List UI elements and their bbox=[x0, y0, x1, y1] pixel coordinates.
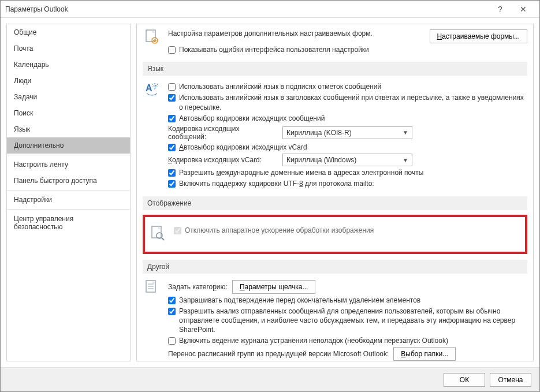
enc-vcard-combo[interactable]: Кириллица (Windows) ▼ bbox=[282, 154, 412, 166]
choose-folder-button[interactable]: Выбор папки... bbox=[393, 347, 456, 361]
use-en-headers-checkbox[interactable] bbox=[168, 94, 176, 102]
sidebar-item-addins[interactable]: Надстройки bbox=[7, 192, 130, 208]
enable-utf8-checkbox[interactable] bbox=[168, 180, 176, 188]
dialog-footer: ОК Отмена bbox=[1, 367, 539, 391]
svg-text:字: 字 bbox=[152, 83, 158, 89]
set-category-label: Задать категорию: bbox=[168, 283, 228, 291]
use-en-signatures-label: Использовать английский язык в подписях … bbox=[179, 82, 381, 91]
ok-button[interactable]: ОК bbox=[444, 373, 485, 387]
custom-forms-button-rest: астраиваемые формы... bbox=[442, 32, 520, 40]
language-section: A 字 Использовать английский язык в подпи… bbox=[143, 80, 527, 190]
sidebar-item-people[interactable]: Люди bbox=[7, 73, 130, 89]
chevron-down-icon: ▼ bbox=[403, 129, 408, 136]
window-title: Параметры Outlook bbox=[5, 5, 489, 13]
sidebar-item-mail[interactable]: Почта bbox=[7, 40, 130, 57]
sidebar-item-quick-access[interactable]: Панель быстрого доступа bbox=[7, 173, 130, 189]
sidebar-item-customize-ribbon[interactable]: Настроить ленту bbox=[7, 156, 130, 173]
allow-idn-checkbox[interactable] bbox=[168, 169, 176, 177]
sidebar-item-advanced[interactable]: Дополнительно bbox=[7, 137, 130, 154]
display-section-header: Отображение bbox=[143, 196, 527, 210]
show-addin-errors-label: Показывать ошибки интерфейса пользовател… bbox=[179, 45, 369, 54]
confirm-delete-checkbox[interactable] bbox=[168, 297, 176, 304]
auto-enc-out-label: Автовыбор кодировки исходящих сообщений bbox=[179, 114, 325, 123]
confirm-delete-label: Запрашивать подтверждение перед окончате… bbox=[179, 296, 420, 305]
display-icon bbox=[148, 224, 167, 242]
forms-icon bbox=[143, 28, 161, 46]
show-addin-errors-checkbox[interactable] bbox=[168, 46, 176, 54]
other-section: Задать категорию: Параметры щелчка... За… bbox=[143, 278, 527, 362]
titlebar: Параметры Outlook ? ✕ bbox=[1, 1, 539, 18]
sidebar: Общие Почта Календарь Люди Задачи Поиск … bbox=[6, 24, 131, 361]
close-button[interactable]: ✕ bbox=[512, 1, 535, 17]
sidebar-separator bbox=[7, 190, 130, 191]
sidebar-item-language[interactable]: Язык bbox=[7, 121, 130, 137]
enc-out-value: Кириллица (KOI8-R) bbox=[286, 129, 352, 137]
allow-analysis-checkbox[interactable] bbox=[168, 308, 176, 315]
migrate-label: Перенос расписаний групп из предыдущей в… bbox=[168, 350, 389, 358]
enable-logging-label: Включить ведение журнала устранения непо… bbox=[179, 336, 448, 345]
help-button[interactable]: ? bbox=[489, 1, 512, 17]
language-section-header: Язык bbox=[143, 62, 527, 76]
auto-enc-vcard-checkbox[interactable] bbox=[168, 144, 176, 151]
display-section: Отключить аппаратное ускорение обработки… bbox=[148, 224, 522, 242]
language-icon: A 字 bbox=[143, 80, 161, 99]
allow-idn-label: Разрешить международные доменные имена в… bbox=[179, 168, 423, 177]
click-params-button[interactable]: Параметры щелчка... bbox=[232, 280, 316, 294]
sidebar-item-general[interactable]: Общие bbox=[7, 24, 130, 40]
enc-out-label: Кодировка исходящих сообщений: bbox=[168, 125, 278, 141]
sidebar-item-trust-center[interactable]: Центр управления безопасностью bbox=[7, 211, 130, 235]
auto-enc-out-checkbox[interactable] bbox=[168, 115, 176, 122]
enc-vcard-label: Кодировка исходящих vCard: bbox=[168, 156, 278, 164]
auto-enc-vcard-label: Автовыбор кодировки исходящих vCard bbox=[179, 143, 307, 152]
sidebar-separator bbox=[7, 155, 130, 155]
custom-forms-button[interactable]: Настраиваемые формы... bbox=[430, 29, 527, 43]
main-panel: Настройка параметров дополнительных наст… bbox=[136, 24, 534, 361]
sidebar-separator bbox=[7, 209, 130, 210]
forms-desc: Настройка параметров дополнительных наст… bbox=[168, 29, 373, 38]
content-area: Общие Почта Календарь Люди Задачи Поиск … bbox=[1, 18, 539, 367]
sidebar-item-tasks[interactable]: Задачи bbox=[7, 89, 130, 105]
sidebar-item-calendar[interactable]: Календарь bbox=[7, 57, 130, 73]
cancel-button[interactable]: Отмена bbox=[490, 373, 531, 387]
forms-section: Настройка параметров дополнительных наст… bbox=[143, 28, 527, 56]
enable-logging-checkbox[interactable] bbox=[168, 337, 176, 345]
highlight-annotation: Отключить аппаратное ускорение обработки… bbox=[143, 215, 527, 254]
svg-line-6 bbox=[162, 238, 164, 240]
allow-analysis-label: Разрешить анализ отправленных сообщений … bbox=[179, 307, 527, 335]
other-icon bbox=[143, 278, 161, 297]
enc-out-combo[interactable]: Кириллица (KOI8-R) ▼ bbox=[282, 126, 412, 139]
disable-hw-accel-checkbox[interactable] bbox=[174, 227, 181, 234]
enc-vcard-value: Кириллица (Windows) bbox=[286, 156, 356, 164]
use-en-signatures-checkbox[interactable] bbox=[168, 83, 176, 91]
enable-utf8-label: Включить поддержку кодировки UTF-8 для п… bbox=[179, 179, 374, 188]
chevron-down-icon: ▼ bbox=[403, 157, 408, 163]
other-section-header: Другой bbox=[143, 260, 527, 274]
sidebar-item-search[interactable]: Поиск bbox=[7, 105, 130, 121]
disable-hw-accel-label: Отключить аппаратное ускорение обработки… bbox=[185, 226, 374, 235]
use-en-headers-label: Использовать английский язык в заголовка… bbox=[179, 93, 527, 111]
